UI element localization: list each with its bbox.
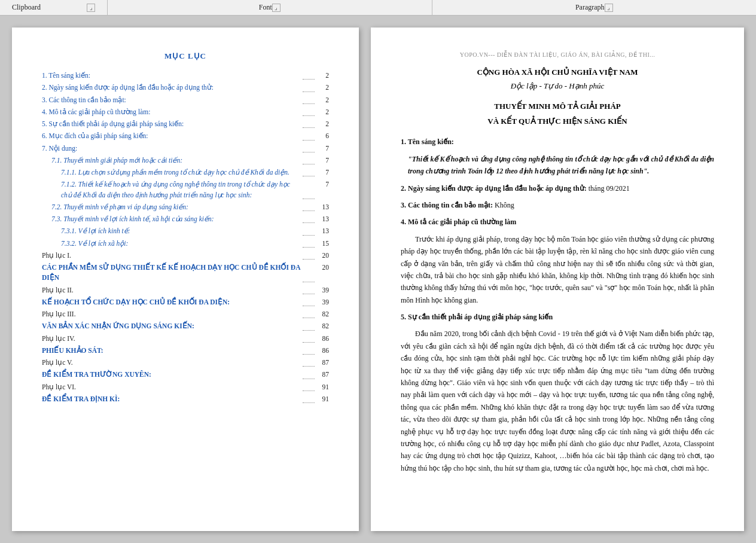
toc-entry-text: 6. Mục đích của giải pháp sáng kiến: bbox=[42, 131, 300, 141]
doc-item-2: 2. Ngày sáng kiến được áp dụng lần đầu h… bbox=[401, 182, 714, 194]
toc-title: MỤC LỤC bbox=[42, 51, 329, 61]
doc-item-4: 4. Mô tả các giải pháp cũ thường làm bbox=[401, 216, 714, 228]
toc-page-num: 20 bbox=[317, 263, 329, 283]
toc-entry: Phụ lục V.87 bbox=[42, 358, 329, 368]
toc-entry: 7.3.2. Về lợi ích xã hội:15 bbox=[42, 239, 329, 249]
doc-item-1-content: "Thiết kế Kế hoạch và ứng dụng công nghệ… bbox=[401, 153, 714, 178]
toc-dots bbox=[303, 368, 315, 379]
toc-entry: ĐỀ KIỂM TRA THƯỜNG XUYÊN:87 bbox=[42, 370, 329, 380]
toc-entry: 7.1. Thuyết minh giải pháp mới hoặc cải … bbox=[42, 155, 329, 166]
doc-section-title2: VÀ KẾT QUẢ THỰC HIỆN SÁNG KIẾN bbox=[401, 115, 714, 128]
toc-entry-text: VĂN BẢN XÁC NHẬN ỨNG DỤNG SÁNG KIẾN: bbox=[42, 321, 300, 331]
toc-entry-text: CÁC PHẦN MỀM SỬ DỤNG THIẾT KẾ KẾ HOẠCH D… bbox=[42, 263, 300, 283]
doc-header-small: YOPO.VN--- DIỄN ĐÀN TÀI LIỆU, GIÁO ÁN, B… bbox=[401, 51, 714, 58]
toolbar-clipboard: Clipboard ⌟ bbox=[0, 0, 108, 15]
toc-page-num: 2 bbox=[317, 71, 329, 81]
toc-page-num: 39 bbox=[317, 297, 329, 307]
toc-page-num: 86 bbox=[317, 346, 329, 356]
toc-page-num: 82 bbox=[317, 321, 329, 331]
paragraph-label: Paragraph bbox=[575, 3, 605, 12]
toc-dots bbox=[303, 213, 315, 223]
toc-entry-text: 7. Nội dung: bbox=[42, 144, 300, 154]
toc-container: 1. Tên sáng kiến:22. Ngày sáng kiến được… bbox=[42, 71, 329, 404]
toc-entry-text: 7.3.2. Về lợi ích xã hội: bbox=[61, 239, 300, 249]
toc-entry: Phụ lục IV.86 bbox=[42, 334, 329, 344]
toc-entry-text: 7.1.1. Lựa chọn sử dụng phần mềm trong t… bbox=[61, 167, 300, 178]
toc-entry-text: 3. Các thông tin cần bảo mật: bbox=[42, 95, 300, 105]
toc-entry-text: Phụ lục VI. bbox=[42, 382, 300, 392]
toc-entry-text: 7.2. Thuyết minh về phạm vi áp dụng sáng… bbox=[51, 202, 300, 212]
toc-entry: 7.1.1. Lựa chọn sử dụng phần mềm trong t… bbox=[42, 167, 329, 178]
toc-dots bbox=[303, 142, 315, 152]
toc-page-num: 15 bbox=[317, 239, 329, 249]
toc-entry: PHIẾU KHẢO SÁT:86 bbox=[42, 346, 329, 356]
toc-entry-text: Phụ lục V. bbox=[42, 358, 300, 368]
toc-page-num: 87 bbox=[317, 370, 329, 380]
toc-entry-text: ĐỀ KIỂM TRA THƯỜNG XUYÊN: bbox=[42, 370, 300, 380]
toc-dots bbox=[303, 178, 315, 199]
toc-page-num: 7 bbox=[317, 155, 329, 166]
doc-item-5: 5. Sự cần thiết phải áp dụng giải pháp s… bbox=[401, 311, 714, 323]
toc-entry-text: 7.3.1. Về lợi ích kinh tế: bbox=[61, 226, 300, 236]
toc-dots bbox=[303, 69, 315, 80]
toc-page-num: 13 bbox=[317, 214, 329, 224]
toc-dots bbox=[303, 130, 315, 140]
toc-entry: Phụ lục VI.91 bbox=[42, 382, 329, 392]
toc-entry-text: Phụ lục IV. bbox=[42, 334, 300, 344]
toc-entry-text: Phụ lục III. bbox=[42, 309, 300, 319]
doc-body: 1. Tên sáng kiến:"Thiết kế Kế hoạch và ứ… bbox=[401, 136, 714, 474]
toc-dots bbox=[303, 284, 315, 294]
toc-entry: 7.1.2. Thiết kế kế hoạch và ứng dụng côn… bbox=[42, 179, 329, 200]
toc-entry: 2. Ngày sáng kiến được áp dụng lần đầu h… bbox=[42, 83, 329, 93]
toc-dots bbox=[303, 356, 315, 367]
toc-page-num: 2 bbox=[317, 107, 329, 117]
toc-dots bbox=[303, 237, 315, 248]
toc-entry-text: ĐỀ KIỂM TRA ĐỊNH KÌ: bbox=[42, 394, 300, 404]
doc-section-title1: THUYẾT MINH MÔ TẢ GIẢI PHÁP bbox=[401, 100, 714, 113]
toc-dots bbox=[303, 332, 315, 343]
toc-dots bbox=[303, 308, 315, 318]
toc-page-num: 82 bbox=[317, 309, 329, 319]
toc-dots bbox=[303, 154, 315, 164]
clipboard-expand-icon[interactable]: ⌟ bbox=[87, 4, 95, 12]
toc-entry-text: 7.1. Thuyết minh giải pháp mới hoặc cải … bbox=[51, 155, 300, 166]
toolbar: Clipboard ⌟ Font ⌟ Paragraph ⌟ bbox=[0, 0, 756, 16]
doc-title-line1: CỘNG HÒA XÃ HỘI CHỦ NGHĨA VIỆT NAM bbox=[401, 66, 714, 79]
paragraph-expand-icon[interactable]: ⌟ bbox=[605, 4, 613, 12]
doc-item-1: 1. Tên sáng kiến: bbox=[401, 136, 714, 148]
toc-entry: 4. Mô tả các giải pháp cũ thường làm:2 bbox=[42, 107, 329, 117]
toc-entry-text: Phụ lục I. bbox=[42, 251, 300, 261]
toc-entry: 7.3. Thuyết minh về lợi ích kinh tế, xã … bbox=[42, 214, 329, 224]
clipboard-label: Clipboard bbox=[12, 3, 41, 12]
toc-dots bbox=[303, 296, 315, 306]
toc-entry-text: 7.1.2. Thiết kế kế hoạch và ứng dụng côn… bbox=[61, 179, 300, 200]
toc-page-num: 87 bbox=[317, 358, 329, 368]
toc-page-num: 91 bbox=[317, 394, 329, 404]
toc-page-num: 7 bbox=[317, 144, 329, 154]
toc-entry-text: Phụ lục II. bbox=[42, 285, 300, 295]
toc-dots bbox=[303, 94, 315, 104]
doc-item-3: 3. Các thông tin cần bảo mật: Không bbox=[401, 199, 714, 211]
toc-dots bbox=[303, 344, 315, 355]
toc-entry: KẾ HOẠCH TỔ CHỨC DẠY HỌC CHỦ ĐỀ KHỐI ĐA … bbox=[42, 297, 329, 307]
toc-page-num: 6 bbox=[317, 131, 329, 141]
toc-entry: VĂN BẢN XÁC NHẬN ỨNG DỤNG SÁNG KIẾN:82 bbox=[42, 321, 329, 331]
toc-entry-text: 5. Sự cần thiết phải áp dụng giải pháp s… bbox=[42, 119, 300, 129]
toc-entry: 5. Sự cần thiết phải áp dụng giải pháp s… bbox=[42, 119, 329, 129]
toc-dots bbox=[303, 118, 315, 128]
toc-page-num: 86 bbox=[317, 334, 329, 344]
doc-para-1: Trước khi áp dụng giải pháp, trong dạy h… bbox=[401, 233, 714, 306]
toc-entry-text: 1. Tên sáng kiến: bbox=[42, 71, 300, 81]
toc-entry: 7. Nội dung:7 bbox=[42, 144, 329, 154]
toc-dots bbox=[303, 106, 315, 116]
toc-entry: 7.2. Thuyết minh về phạm vi áp dụng sáng… bbox=[42, 202, 329, 212]
toc-dots bbox=[303, 261, 315, 282]
toolbar-font: Font ⌟ bbox=[108, 0, 432, 15]
toc-entry-text: KẾ HOẠCH TỔ CHỨC DẠY HỌC CHỦ ĐỀ KHỐI ĐA … bbox=[42, 297, 300, 307]
font-expand-icon[interactable]: ⌟ bbox=[272, 4, 281, 12]
doc-title-line2: Độc lập - Tự do - Hạnh phúc bbox=[401, 81, 714, 91]
font-label: Font bbox=[259, 3, 272, 12]
toc-page: MỤC LỤC 1. Tên sáng kiến:22. Ngày sáng k… bbox=[12, 28, 359, 531]
toc-entry: 6. Mục đích của giải pháp sáng kiến:6 bbox=[42, 131, 329, 141]
toc-dots bbox=[303, 393, 315, 403]
